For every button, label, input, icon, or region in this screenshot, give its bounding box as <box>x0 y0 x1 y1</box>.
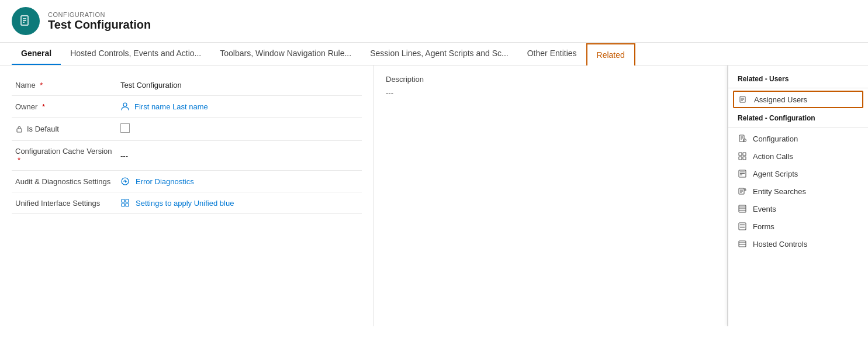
table-row: Unified Interface Settings Settings to a… <box>12 192 362 214</box>
configuration-icon <box>738 134 747 143</box>
unified-label: Unified Interface Settings <box>12 192 117 214</box>
form-table: Name * Test Configuration Owner * <box>12 75 362 214</box>
tab-general[interactable]: General <box>12 43 61 65</box>
related-item-forms[interactable]: Forms <box>728 218 868 235</box>
svg-rect-8 <box>126 199 129 202</box>
entity-searches-label: Entity Searches <box>753 187 806 196</box>
related-item-assigned-users[interactable]: Assigned Users <box>733 91 863 108</box>
app-subtitle: CONFIGURATION <box>48 11 151 18</box>
audit-value[interactable]: Error Diagnostics <box>117 171 362 192</box>
name-required: * <box>40 81 43 89</box>
table-row: Name * Test Configuration <box>12 75 362 96</box>
table-row: Audit & Diagnostics Settings Error Diagn… <box>12 171 362 192</box>
person-icon <box>120 102 130 111</box>
action-calls-label: Action Calls <box>753 152 793 161</box>
tab-hosted-controls-events[interactable]: Hosted Controls, Events and Actio... <box>61 43 210 65</box>
lock-icon <box>15 125 23 133</box>
description-panel: Description --- <box>374 65 728 326</box>
table-row: Is Default <box>12 118 362 141</box>
related-panel: Related - Users Assigned Users Related -… <box>728 65 868 326</box>
description-value: --- <box>386 88 715 97</box>
form-panel: Name * Test Configuration Owner * <box>0 65 374 326</box>
agent-scripts-icon <box>738 169 747 178</box>
events-icon <box>738 204 747 213</box>
related-users-header: Related - Users <box>728 70 868 85</box>
tab-toolbars[interactable]: Toolbars, Window Navigation Rule... <box>210 43 361 65</box>
svg-rect-7 <box>122 199 125 202</box>
name-value: Test Configuration <box>117 75 362 96</box>
related-item-hosted-controls[interactable]: Hosted Controls <box>728 235 868 253</box>
settings-icon <box>120 198 130 208</box>
tab-session-lines[interactable]: Session Lines, Agent Scripts and Sc... <box>361 43 518 65</box>
description-label: Description <box>386 75 715 84</box>
related-item-configuration[interactable]: Configuration <box>728 130 868 147</box>
events-label: Events <box>753 205 776 213</box>
entity-searches-icon <box>738 187 747 196</box>
svg-rect-5 <box>17 129 22 132</box>
owner-label: Owner * <box>12 96 117 118</box>
forms-label: Forms <box>753 222 774 231</box>
configuration-label: Configuration <box>753 134 798 143</box>
table-row: Owner * First name Last name <box>12 96 362 118</box>
cache-version-value: --- <box>117 141 362 171</box>
nav-tabs: General Hosted Controls, Events and Acti… <box>0 43 868 65</box>
svg-rect-10 <box>126 203 129 206</box>
tab-other-entities[interactable]: Other Entities <box>518 43 586 65</box>
svg-rect-21 <box>739 153 742 156</box>
cache-required: * <box>18 156 20 164</box>
audit-label: Audit & Diagnostics Settings <box>12 171 117 192</box>
divider <box>728 127 868 127</box>
svg-line-34 <box>746 190 746 191</box>
assigned-users-label: Assigned Users <box>754 95 807 104</box>
related-config-header: Related - Configuration <box>728 109 868 125</box>
is-default-checkbox[interactable] <box>120 123 130 133</box>
forms-icon <box>738 222 747 231</box>
app-icon <box>12 7 40 35</box>
is-default-label: Is Default <box>12 118 117 141</box>
svg-point-4 <box>123 103 127 106</box>
agent-scripts-label: Agent Scripts <box>753 170 798 178</box>
title-block: CONFIGURATION Test Configuration <box>48 11 151 32</box>
related-item-entity-searches[interactable]: Entity Searches <box>728 182 868 200</box>
svg-rect-43 <box>739 241 746 247</box>
app-header: CONFIGURATION Test Configuration <box>0 0 868 43</box>
app-title: Test Configuration <box>48 18 151 32</box>
table-row: Configuration Cache Version * --- <box>12 141 362 171</box>
related-item-events[interactable]: Events <box>728 200 868 218</box>
is-default-value <box>117 118 362 141</box>
svg-rect-23 <box>739 157 742 160</box>
owner-value[interactable]: First name Last name <box>117 96 362 117</box>
svg-rect-24 <box>743 157 746 160</box>
svg-rect-22 <box>743 153 746 156</box>
owner-required: * <box>42 102 45 111</box>
diagnostics-icon <box>120 177 130 186</box>
main-content: Name * Test Configuration Owner * <box>0 65 868 326</box>
related-item-action-calls[interactable]: Action Calls <box>728 147 868 165</box>
name-label: Name * <box>12 75 117 96</box>
related-item-agent-scripts[interactable]: Agent Scripts <box>728 165 868 182</box>
tab-related[interactable]: Related <box>586 43 635 65</box>
cache-version-label: Configuration Cache Version * <box>12 141 117 171</box>
hosted-controls-label: Hosted Controls <box>753 240 807 249</box>
hosted-controls-icon <box>738 239 747 249</box>
action-calls-icon <box>738 151 747 161</box>
users-icon <box>739 95 748 104</box>
unified-value[interactable]: Settings to apply Unified blue <box>117 192 362 213</box>
divider <box>728 88 868 88</box>
svg-rect-9 <box>122 203 125 206</box>
